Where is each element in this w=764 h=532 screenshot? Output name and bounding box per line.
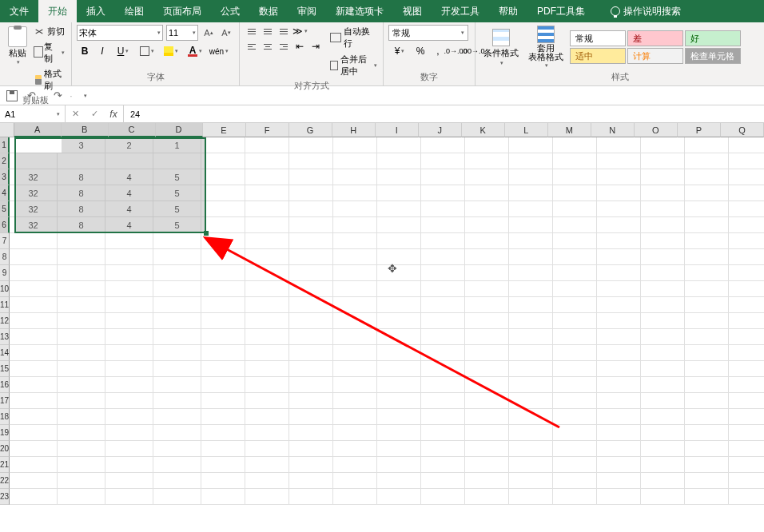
italic-button[interactable]: I [94, 43, 110, 59]
cell[interactable] [105, 425, 153, 441]
cell[interactable] [333, 249, 377, 265]
cell[interactable] [597, 409, 641, 425]
cell[interactable] [421, 281, 465, 297]
cell[interactable] [289, 425, 333, 441]
cancel-formula-button[interactable]: ✕ [66, 109, 85, 119]
cell[interactable] [377, 329, 421, 345]
cell[interactable] [289, 265, 333, 281]
cell[interactable] [333, 441, 377, 457]
cell[interactable] [553, 329, 597, 345]
row-header[interactable]: 7 [0, 233, 10, 249]
cell[interactable] [685, 265, 729, 281]
cell[interactable] [289, 201, 333, 217]
cell[interactable] [58, 345, 105, 361]
cell[interactable] [245, 297, 289, 313]
tell-me-search[interactable]: 操作说明搜索 [601, 0, 690, 22]
cell[interactable] [10, 233, 58, 249]
cell[interactable] [333, 297, 377, 313]
cell[interactable] [553, 441, 597, 457]
style-calc[interactable]: 计算 [627, 48, 683, 64]
row-header[interactable]: 3 [0, 169, 10, 185]
cell[interactable] [58, 313, 105, 329]
cell[interactable] [289, 233, 333, 249]
cell[interactable] [553, 361, 597, 377]
cell[interactable] [201, 393, 245, 409]
cell[interactable] [465, 489, 509, 505]
cell[interactable] [685, 281, 729, 297]
cell[interactable] [465, 457, 509, 473]
style-good[interactable]: 好 [685, 30, 741, 46]
cell[interactable] [10, 313, 58, 329]
cell[interactable] [597, 425, 641, 441]
cell[interactable] [10, 393, 58, 409]
column-header[interactable]: J [419, 123, 462, 137]
cell[interactable] [333, 281, 377, 297]
cell[interactable] [333, 201, 377, 217]
cell[interactable] [289, 457, 333, 473]
cell[interactable] [289, 361, 333, 377]
row-header[interactable]: 19 [0, 425, 10, 441]
cell[interactable] [377, 297, 421, 313]
cell[interactable] [10, 489, 58, 505]
cell[interactable] [333, 457, 377, 473]
cell[interactable] [245, 377, 289, 393]
cell[interactable] [289, 409, 333, 425]
cell[interactable] [201, 185, 245, 201]
cell[interactable] [289, 153, 333, 169]
cell[interactable] [58, 297, 105, 313]
cell[interactable] [289, 249, 333, 265]
align-center-button[interactable] [261, 40, 275, 53]
cell[interactable] [10, 473, 58, 489]
cell[interactable] [509, 201, 553, 217]
cell[interactable] [509, 169, 553, 185]
cell[interactable] [465, 329, 509, 345]
row-header[interactable]: 13 [0, 329, 10, 345]
cell[interactable] [58, 425, 105, 441]
row-header[interactable]: 23 [0, 489, 10, 505]
cell[interactable] [201, 249, 245, 265]
cell[interactable] [509, 265, 553, 281]
cell[interactable] [58, 393, 105, 409]
cell[interactable] [509, 233, 553, 249]
tab-file[interactable]: 文件 [0, 0, 38, 22]
cell[interactable] [58, 457, 105, 473]
cell[interactable] [465, 425, 509, 441]
cell[interactable] [421, 441, 465, 457]
cell[interactable] [597, 137, 641, 153]
cell[interactable] [201, 345, 245, 361]
cell[interactable] [421, 201, 465, 217]
cell[interactable] [105, 489, 153, 505]
cell[interactable] [289, 329, 333, 345]
fill-color-button[interactable]: ▾ [160, 43, 182, 59]
cell[interactable] [685, 249, 729, 265]
cell[interactable] [105, 393, 153, 409]
phonetic-button[interactable]: wén▾ [208, 43, 230, 59]
cell[interactable]: 5 [153, 185, 201, 201]
cell[interactable] [553, 233, 597, 249]
cell[interactable] [10, 153, 58, 169]
cell[interactable] [553, 377, 597, 393]
cell[interactable]: 8 [58, 169, 105, 185]
cell[interactable] [509, 249, 553, 265]
cell[interactable] [465, 393, 509, 409]
tab-view[interactable]: 视图 [393, 0, 432, 22]
paste-button[interactable]: 粘贴 ▾ [5, 25, 30, 67]
cell[interactable] [10, 249, 58, 265]
cell[interactable] [421, 377, 465, 393]
row-header[interactable]: 18 [0, 409, 10, 425]
cell[interactable] [597, 217, 641, 233]
column-header[interactable]: Q [721, 123, 764, 137]
cell[interactable] [201, 281, 245, 297]
cell[interactable] [289, 441, 333, 457]
cell[interactable] [465, 361, 509, 377]
cell[interactable] [245, 441, 289, 457]
column-header[interactable]: H [332, 123, 376, 137]
cell[interactable] [289, 169, 333, 185]
cell[interactable] [105, 313, 153, 329]
tab-home[interactable]: 开始 [38, 0, 77, 22]
cell[interactable]: 5 [153, 201, 201, 217]
cell[interactable] [10, 297, 58, 313]
cell[interactable] [685, 137, 729, 153]
cell[interactable] [245, 425, 289, 441]
row-header[interactable]: 5 [0, 201, 10, 217]
